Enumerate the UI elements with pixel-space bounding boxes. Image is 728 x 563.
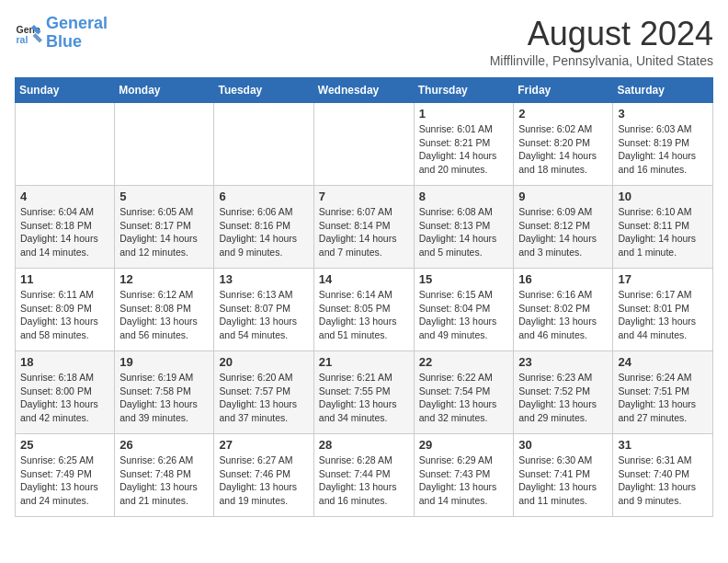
calendar-cell: 9Sunrise: 6:09 AM Sunset: 8:12 PM Daylig… <box>514 186 613 269</box>
calendar-cell <box>214 103 313 186</box>
day-number: 21 <box>319 355 409 369</box>
day-info: Sunrise: 6:12 AM Sunset: 8:08 PM Dayligh… <box>119 288 209 342</box>
calendar-cell: 31Sunrise: 6:31 AM Sunset: 7:40 PM Dayli… <box>613 434 713 517</box>
calendar-cell: 15Sunrise: 6:15 AM Sunset: 8:04 PM Dayli… <box>414 269 514 351</box>
day-info: Sunrise: 6:30 AM Sunset: 7:41 PM Dayligh… <box>518 454 608 508</box>
day-info: Sunrise: 6:11 AM Sunset: 8:09 PM Dayligh… <box>20 288 109 342</box>
location: Mifflinville, Pennsylvania, United State… <box>490 53 713 68</box>
header-day-monday: Monday <box>115 78 214 103</box>
day-number: 31 <box>618 438 708 452</box>
day-info: Sunrise: 6:08 AM Sunset: 8:13 PM Dayligh… <box>419 205 509 259</box>
logo-icon: Gene ral <box>15 19 42 47</box>
day-number: 9 <box>518 190 608 203</box>
calendar-cell: 23Sunrise: 6:23 AM Sunset: 7:52 PM Dayli… <box>514 351 613 434</box>
day-info: Sunrise: 6:24 AM Sunset: 7:51 PM Dayligh… <box>618 371 708 425</box>
calendar-cell: 10Sunrise: 6:10 AM Sunset: 8:11 PM Dayli… <box>613 186 713 269</box>
header-day-wednesday: Wednesday <box>313 78 414 103</box>
day-info: Sunrise: 6:15 AM Sunset: 8:04 PM Dayligh… <box>419 288 509 342</box>
calendar-cell: 20Sunrise: 6:20 AM Sunset: 7:57 PM Dayli… <box>214 351 313 434</box>
calendar-cell: 2Sunrise: 6:02 AM Sunset: 8:20 PM Daylig… <box>514 103 613 186</box>
week-row-4: 25Sunrise: 6:25 AM Sunset: 7:49 PM Dayli… <box>16 434 713 517</box>
calendar-cell: 22Sunrise: 6:22 AM Sunset: 7:54 PM Dayli… <box>414 351 514 434</box>
day-info: Sunrise: 6:01 AM Sunset: 8:21 PM Dayligh… <box>419 122 509 177</box>
day-info: Sunrise: 6:03 AM Sunset: 8:19 PM Dayligh… <box>618 122 708 177</box>
calendar-cell: 13Sunrise: 6:13 AM Sunset: 8:07 PM Dayli… <box>214 269 313 351</box>
day-number: 22 <box>419 355 509 369</box>
calendar-cell: 17Sunrise: 6:17 AM Sunset: 8:01 PM Dayli… <box>613 269 713 351</box>
calendar-cell: 1Sunrise: 6:01 AM Sunset: 8:21 PM Daylig… <box>414 103 514 186</box>
day-info: Sunrise: 6:06 AM Sunset: 8:16 PM Dayligh… <box>219 205 308 259</box>
day-number: 24 <box>618 355 708 369</box>
day-number: 5 <box>119 190 209 203</box>
day-number: 30 <box>518 438 608 452</box>
header-day-saturday: Saturday <box>613 78 713 103</box>
day-info: Sunrise: 6:13 AM Sunset: 8:07 PM Dayligh… <box>219 288 308 342</box>
day-info: Sunrise: 6:17 AM Sunset: 8:01 PM Dayligh… <box>618 288 708 342</box>
calendar-cell: 30Sunrise: 6:30 AM Sunset: 7:41 PM Dayli… <box>514 434 613 517</box>
day-number: 11 <box>20 272 109 286</box>
day-number: 25 <box>20 438 109 452</box>
calendar-cell <box>115 103 214 186</box>
week-row-0: 1Sunrise: 6:01 AM Sunset: 8:21 PM Daylig… <box>16 103 713 186</box>
header-day-thursday: Thursday <box>414 78 514 103</box>
day-number: 2 <box>518 107 608 121</box>
day-number: 15 <box>419 272 509 286</box>
page-header: Gene ral General Blue August 2024 Miffli… <box>15 15 713 68</box>
day-info: Sunrise: 6:02 AM Sunset: 8:20 PM Dayligh… <box>518 122 608 177</box>
day-info: Sunrise: 6:04 AM Sunset: 8:18 PM Dayligh… <box>20 205 109 259</box>
day-number: 14 <box>319 272 409 286</box>
day-info: Sunrise: 6:10 AM Sunset: 8:11 PM Dayligh… <box>618 205 708 259</box>
day-info: Sunrise: 6:16 AM Sunset: 8:02 PM Dayligh… <box>518 288 608 342</box>
day-info: Sunrise: 6:31 AM Sunset: 7:40 PM Dayligh… <box>618 454 708 508</box>
day-info: Sunrise: 6:29 AM Sunset: 7:43 PM Dayligh… <box>419 454 509 508</box>
day-info: Sunrise: 6:05 AM Sunset: 8:17 PM Dayligh… <box>119 205 209 259</box>
calendar-cell <box>16 103 115 186</box>
calendar-cell: 29Sunrise: 6:29 AM Sunset: 7:43 PM Dayli… <box>414 434 514 517</box>
calendar-cell: 3Sunrise: 6:03 AM Sunset: 8:19 PM Daylig… <box>613 103 713 186</box>
title-block: August 2024 Mifflinville, Pennsylvania, … <box>490 15 713 68</box>
day-number: 12 <box>119 272 209 286</box>
day-info: Sunrise: 6:09 AM Sunset: 8:12 PM Dayligh… <box>518 205 608 259</box>
day-number: 27 <box>219 438 308 452</box>
day-number: 28 <box>319 438 409 452</box>
month-title: August 2024 <box>490 15 713 53</box>
calendar-cell: 16Sunrise: 6:16 AM Sunset: 8:02 PM Dayli… <box>514 269 613 351</box>
day-number: 20 <box>219 355 308 369</box>
logo: Gene ral General Blue <box>15 15 108 52</box>
header-day-tuesday: Tuesday <box>214 78 313 103</box>
header-day-sunday: Sunday <box>16 78 115 103</box>
day-number: 4 <box>20 190 109 203</box>
day-number: 17 <box>618 272 708 286</box>
day-info: Sunrise: 6:28 AM Sunset: 7:44 PM Dayligh… <box>319 454 409 508</box>
day-number: 29 <box>419 438 509 452</box>
day-number: 3 <box>618 107 708 121</box>
calendar-cell: 6Sunrise: 6:06 AM Sunset: 8:16 PM Daylig… <box>214 186 313 269</box>
calendar-cell: 21Sunrise: 6:21 AM Sunset: 7:55 PM Dayli… <box>313 351 414 434</box>
calendar-cell: 28Sunrise: 6:28 AM Sunset: 7:44 PM Dayli… <box>313 434 414 517</box>
calendar-table: SundayMondayTuesdayWednesdayThursdayFrid… <box>15 77 713 517</box>
day-info: Sunrise: 6:27 AM Sunset: 7:46 PM Dayligh… <box>219 454 308 508</box>
day-info: Sunrise: 6:26 AM Sunset: 7:48 PM Dayligh… <box>119 454 209 508</box>
calendar-cell: 8Sunrise: 6:08 AM Sunset: 8:13 PM Daylig… <box>414 186 514 269</box>
day-info: Sunrise: 6:21 AM Sunset: 7:55 PM Dayligh… <box>319 371 409 425</box>
calendar-cell: 19Sunrise: 6:19 AM Sunset: 7:58 PM Dayli… <box>115 351 214 434</box>
calendar-cell: 26Sunrise: 6:26 AM Sunset: 7:48 PM Dayli… <box>115 434 214 517</box>
week-row-1: 4Sunrise: 6:04 AM Sunset: 8:18 PM Daylig… <box>16 186 713 269</box>
day-number: 19 <box>119 355 209 369</box>
day-info: Sunrise: 6:19 AM Sunset: 7:58 PM Dayligh… <box>119 371 209 425</box>
day-number: 10 <box>618 190 708 203</box>
week-row-3: 18Sunrise: 6:18 AM Sunset: 8:00 PM Dayli… <box>16 351 713 434</box>
day-number: 18 <box>20 355 109 369</box>
day-number: 26 <box>119 438 209 452</box>
calendar-cell <box>313 103 414 186</box>
day-info: Sunrise: 6:23 AM Sunset: 7:52 PM Dayligh… <box>518 371 608 425</box>
day-number: 1 <box>419 107 509 121</box>
day-number: 23 <box>518 355 608 369</box>
calendar-cell: 18Sunrise: 6:18 AM Sunset: 8:00 PM Dayli… <box>16 351 115 434</box>
header-day-friday: Friday <box>514 78 613 103</box>
svg-text:ral: ral <box>17 33 28 44</box>
day-info: Sunrise: 6:07 AM Sunset: 8:14 PM Dayligh… <box>319 205 409 259</box>
header-row: SundayMondayTuesdayWednesdayThursdayFrid… <box>16 78 713 103</box>
calendar-cell: 27Sunrise: 6:27 AM Sunset: 7:46 PM Dayli… <box>214 434 313 517</box>
day-number: 7 <box>319 190 409 203</box>
